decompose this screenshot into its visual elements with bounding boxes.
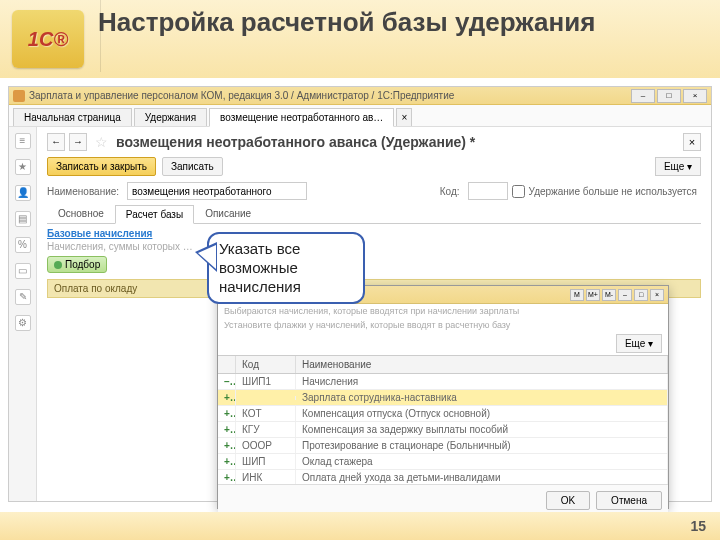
filter-button[interactable]: Подбор	[47, 256, 107, 273]
row-check-icon: +	[218, 390, 236, 405]
close-button[interactable]: ×	[683, 89, 707, 103]
row-code	[236, 396, 296, 400]
plus-icon	[54, 261, 62, 269]
row-check-icon: +	[218, 406, 236, 421]
popup-min[interactable]: –	[618, 289, 632, 301]
tab-deductions[interactable]: Удержания	[134, 108, 207, 126]
slide-footer	[0, 512, 720, 540]
grid-row[interactable]: +КОТКомпенсация отпуска (Отпуск основной…	[218, 406, 668, 422]
cancel-button[interactable]: Отмена	[596, 491, 662, 510]
logo: 1C®	[12, 10, 84, 68]
row-check-icon: –	[218, 374, 236, 389]
base-hint: Начисления, суммы которых …	[47, 241, 701, 252]
row-name: Компенсация за задержку выплаты пособий	[296, 422, 668, 437]
app-window: Зарплата и управление персоналом КОМ, ре…	[8, 86, 712, 502]
grid-row[interactable]: +Зарплата сотрудника-наставника	[218, 390, 668, 406]
menu-icon[interactable]: ≡	[15, 133, 31, 149]
disabled-checkbox[interactable]	[512, 185, 525, 198]
row-name: Компенсация отпуска (Отпуск основной)	[296, 406, 668, 421]
star-icon[interactable]: ★	[15, 159, 31, 175]
gear-icon[interactable]: ⚙	[15, 315, 31, 331]
percent-icon[interactable]: %	[15, 237, 31, 253]
row-code: ОООР	[236, 438, 296, 453]
row-check-icon: +	[218, 438, 236, 453]
grid-row[interactable]: +ШИПОклад стажера	[218, 454, 668, 470]
popup-close[interactable]: ×	[650, 289, 664, 301]
window-title: Зарплата и управление персоналом КОМ, ре…	[29, 90, 629, 101]
tabs-row: Начальная страница Удержания возмещение …	[9, 105, 711, 127]
list-icon[interactable]: ▤	[15, 211, 31, 227]
row-check-icon: +	[218, 454, 236, 469]
popup-note2: Установите флажки у начислений, которые …	[218, 318, 668, 332]
save-button[interactable]: Записать	[162, 157, 223, 176]
wrench-icon[interactable]: ✎	[15, 289, 31, 305]
row-name: Зарплата сотрудника-наставника	[296, 390, 668, 405]
app-icon	[13, 90, 25, 102]
row-code: КГУ	[236, 422, 296, 437]
base-accruals-link[interactable]: Базовые начисления	[47, 228, 701, 239]
col-code: Код	[236, 356, 296, 373]
selection-popup: Начисления M M+ M- – □ × Выбираются начи…	[217, 285, 669, 509]
row-check-icon: +	[218, 470, 236, 484]
doc-icon[interactable]: ▭	[15, 263, 31, 279]
tab-close[interactable]: ×	[396, 108, 412, 126]
popup-btn-mplus[interactable]: M+	[586, 289, 600, 301]
selection-grid: Код Наименование –ШИП1Начисления+Зарплат…	[218, 355, 668, 484]
code-label: Код:	[440, 186, 460, 197]
popup-btn-m[interactable]: M	[570, 289, 584, 301]
popup-btn-mminus[interactable]: M-	[602, 289, 616, 301]
subtab-base[interactable]: Расчет базы	[115, 205, 194, 224]
popup-note1: Выбираются начисления, которые вводятся …	[218, 304, 668, 318]
row-name: Начисления	[296, 374, 668, 389]
tab-reimbursement[interactable]: возмещение неотработанного ав…	[209, 108, 394, 127]
tab-start[interactable]: Начальная страница	[13, 108, 132, 126]
more-button[interactable]: Еще ▾	[655, 157, 701, 176]
row-name: Оклад стажера	[296, 454, 668, 469]
disabled-label: Удержание больше не используется	[529, 186, 697, 197]
document-title: возмещения неотработанного аванса (Удерж…	[116, 134, 475, 150]
favorite-icon[interactable]: ☆	[95, 134, 108, 150]
callout-text: Указать все возможные начисления	[219, 240, 301, 295]
row-name: Оплата дней ухода за детьми-инвалидами	[296, 470, 668, 484]
row-code: ШИП1	[236, 374, 296, 389]
popup-more-button[interactable]: Еще ▾	[616, 334, 662, 353]
grid-row[interactable]: +ИНКОплата дней ухода за детьми-инвалида…	[218, 470, 668, 484]
nav-back[interactable]: ←	[47, 133, 65, 151]
popup-max[interactable]: □	[634, 289, 648, 301]
col-mark	[218, 356, 236, 373]
document-close[interactable]: ×	[683, 133, 701, 151]
grid-row[interactable]: +КГУКомпенсация за задержку выплаты посо…	[218, 422, 668, 438]
nav-forward[interactable]: →	[69, 133, 87, 151]
window-titlebar: Зарплата и управление персоналом КОМ, ре…	[9, 87, 711, 105]
row-code: КОТ	[236, 406, 296, 421]
subtab-desc[interactable]: Описание	[194, 204, 262, 223]
grid-row[interactable]: +ОООРПротезирование в стационаре (Больни…	[218, 438, 668, 454]
code-input[interactable]	[468, 182, 508, 200]
vertical-toolbar: ≡ ★ 👤 ▤ % ▭ ✎ ⚙	[9, 127, 37, 501]
min-button[interactable]: –	[631, 89, 655, 103]
col-name: Наименование	[296, 356, 668, 373]
callout-bubble: Указать все возможные начисления	[207, 232, 365, 304]
grid-row[interactable]: –ШИП1Начисления	[218, 374, 668, 390]
page-title: Настройка расчетной базы удержания	[98, 4, 595, 37]
name-input[interactable]	[127, 182, 307, 200]
name-label: Наименование:	[47, 186, 119, 197]
user-icon[interactable]: 👤	[15, 185, 31, 201]
row-code: ШИП	[236, 454, 296, 469]
page-number: 15	[690, 518, 706, 534]
row-check-icon: +	[218, 422, 236, 437]
max-button[interactable]: □	[657, 89, 681, 103]
save-close-button[interactable]: Записать и закрыть	[47, 157, 156, 176]
logo-text: 1C®	[28, 28, 68, 51]
row-name: Протезирование в стационаре (Больничный)	[296, 438, 668, 453]
ok-button[interactable]: OK	[546, 491, 590, 510]
subtab-main[interactable]: Основное	[47, 204, 115, 223]
row-code: ИНК	[236, 470, 296, 484]
